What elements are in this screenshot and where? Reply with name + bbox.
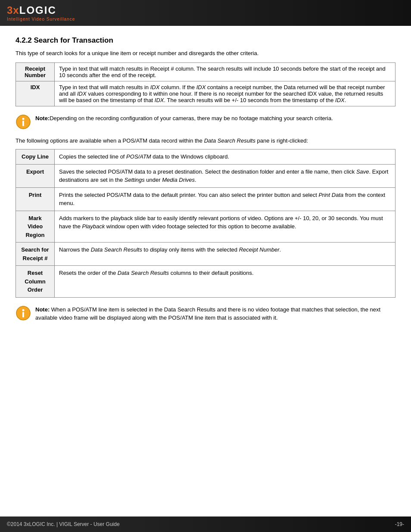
table-row-idx: IDX Type in text that will match results… <box>16 81 395 106</box>
svg-point-4 <box>22 309 25 311</box>
note-text-2: Note: When a POS/ATM line item is select… <box>35 305 395 322</box>
page-header: 3xLOGIC Intelligent Video Surveillance <box>0 0 411 26</box>
svg-rect-2 <box>22 121 24 126</box>
copy-line-desc: Copies the selected line of POS/ATM data… <box>55 149 395 165</box>
table-row-search-receipt: Search for Receipt # Narrows the Data Se… <box>16 243 395 266</box>
main-content: 4.2.2 Search for Transaction This type o… <box>0 26 411 516</box>
copy-line-label: Copy Line <box>16 149 55 165</box>
note-box-2: Note: When a POS/ATM line item is select… <box>16 305 395 322</box>
mark-video-desc: Adds markers to the playback slide bar t… <box>55 211 395 243</box>
footer-left: ©2014 3xLOGIC Inc. | VIGIL Server - User… <box>7 521 120 527</box>
reset-column-label: Reset Column Order <box>16 266 55 298</box>
note-text-1: Note:Depending on the recording configur… <box>35 114 333 123</box>
idx-label: IDX <box>16 81 55 106</box>
footer-right: -19- <box>395 521 404 527</box>
svg-point-1 <box>22 118 25 120</box>
table-row-reset-column: Reset Column Order Resets the order of t… <box>16 266 395 298</box>
idx-desc: Type in text that will match results in … <box>55 81 395 106</box>
note-icon-1 <box>16 114 31 130</box>
logo-area: 3xLOGIC Intelligent Video Surveillance <box>7 4 75 22</box>
search-receipt-desc: Narrows the Data Search Results to displ… <box>55 243 395 266</box>
print-label: Print <box>16 187 55 211</box>
receipt-label: Receipt Number <box>16 63 55 81</box>
note-icon-2 <box>16 305 31 321</box>
following-text: The following options are available when… <box>16 137 395 144</box>
export-label: Export <box>16 164 55 187</box>
receipt-desc: Type in text that will match results in … <box>55 63 395 81</box>
mark-video-label: Mark Video Region <box>16 211 55 243</box>
table-row-export: Export Saves the selected POS/ATM data t… <box>16 164 395 187</box>
print-desc: Prints the selected POS/ATM data to the … <box>55 187 395 211</box>
table-row-mark-video: Mark Video Region Adds markers to the pl… <box>16 211 395 243</box>
reset-column-desc: Resets the order of the Data Search Resu… <box>55 266 395 298</box>
table-row-receipt: Receipt Number Type in text that will ma… <box>16 63 395 81</box>
intro-text: This type of search looks for a unique l… <box>16 50 395 56</box>
search-type-table: Receipt Number Type in text that will ma… <box>16 62 395 106</box>
export-desc: Saves the selected POS/ATM data to a pre… <box>55 164 395 187</box>
page-footer: ©2014 3xLOGIC Inc. | VIGIL Server - User… <box>0 516 411 532</box>
logo-tagline: Intelligent Video Surveillance <box>7 17 75 22</box>
table-row-copy-line: Copy Line Copies the selected line of PO… <box>16 149 395 165</box>
options-table: Copy Line Copies the selected line of PO… <box>16 149 395 298</box>
search-receipt-label: Search for Receipt # <box>16 243 55 266</box>
note-box-1: Note:Depending on the recording configur… <box>16 114 395 130</box>
svg-rect-5 <box>22 312 24 317</box>
table-row-print: Print Prints the selected POS/ATM data t… <box>16 187 395 211</box>
section-title: 4.2.2 Search for Transaction <box>16 36 395 45</box>
logo-text: 3xLOGIC <box>7 4 75 16</box>
